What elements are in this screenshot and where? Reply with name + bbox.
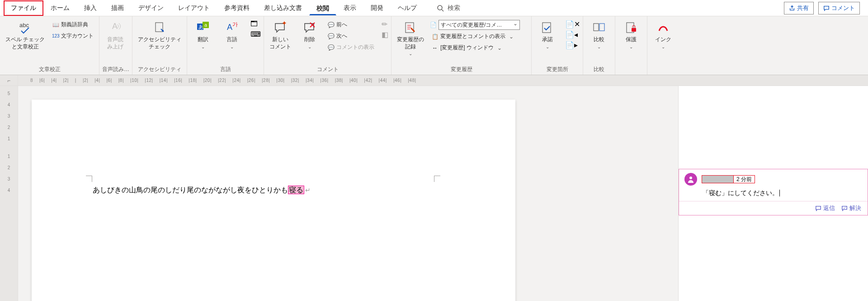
tab-home[interactable]: ホーム	[43, 0, 77, 16]
ink-comment-icon[interactable]: ✏	[382, 20, 388, 29]
document-text[interactable]: あしびきの山鳥の尾のしだり尾のながながし夜をひとりかも寝る↵	[93, 186, 311, 195]
delete-comment-button[interactable]: 削除 ⌄	[297, 18, 323, 51]
ruler-scale[interactable]: 8|6||4||2|||2||4||6||8||10||12||14||16||…	[18, 75, 868, 86]
ribbon-tabs: ファイル ホーム 挿入 描画 デザイン レイアウト 参考資料 差し込み文書 校閲…	[0, 0, 868, 16]
next-icon: 💬	[327, 33, 335, 39]
spellcheck-button[interactable]: abc スペル チェック と文章校正	[3, 18, 47, 52]
show-markup-icon: 📋	[431, 33, 439, 40]
next-change-button[interactable]: 📄▸	[565, 41, 580, 49]
compare-button[interactable]: 比較 ⌄	[586, 18, 612, 51]
track-changes-button[interactable]: 変更履歴の 記録 ⌄	[394, 18, 427, 58]
tab-review[interactable]: 校閲	[309, 1, 336, 15]
wordcount-icon: 123	[52, 33, 59, 38]
tab-view[interactable]: 表示	[336, 0, 363, 16]
spellcheck-icon: abc	[18, 21, 33, 34]
accept-label: 承諾	[542, 36, 553, 43]
resolve-button[interactable]: 解決	[841, 204, 861, 212]
comments-label: コメント	[831, 4, 855, 12]
translate-button[interactable]: あa 翻訳 ⌄	[190, 18, 216, 51]
tab-design[interactable]: デザイン	[131, 0, 171, 16]
accessibility-label: アクセシビリティ チェック	[138, 36, 181, 50]
search-box[interactable]: 検索	[437, 4, 460, 12]
accept-button[interactable]: 承諾 ⌄	[534, 18, 561, 51]
margin-marker-tl	[86, 176, 92, 182]
ime-icon[interactable]: ⌨	[250, 30, 261, 38]
resolve-label: 解決	[849, 204, 861, 212]
tab-insert[interactable]: 挿入	[77, 0, 104, 16]
svg-text:a: a	[204, 22, 208, 28]
show-comments-label: コメントの表示	[336, 43, 374, 51]
horizontal-ruler: ⌐ 8|6||4||2|||2||4||6||8||10||12||14||16…	[0, 75, 868, 86]
tab-layout[interactable]: レイアウト	[171, 0, 217, 16]
group-language: あa 翻訳 ⌄ A가 言語 ⌄ 🗔 ⌨ 言語	[187, 16, 264, 75]
svg-point-19	[689, 177, 692, 179]
workspace: 543211234 あしびきの山鳥の尾のしだり尾のながながし夜をひとりかも寝る↵…	[0, 86, 868, 301]
tab-file[interactable]: ファイル	[4, 0, 43, 16]
ink-icon	[656, 21, 670, 34]
tab-references[interactable]: 参考資料	[217, 0, 257, 16]
tab-help[interactable]: ヘルプ	[391, 0, 424, 16]
new-comment-button[interactable]: ✦ 新しい コメント	[267, 18, 294, 52]
group-accessibility-label: アクセシビリティ	[135, 64, 184, 75]
update-ime-icon[interactable]: 🗔	[250, 20, 261, 28]
group-protect: 保護 ⌄	[615, 16, 647, 75]
track-changes-icon	[404, 21, 417, 34]
wordcount-button[interactable]: 123 文字カウント	[50, 31, 95, 41]
page: あしびきの山鳥の尾のしだり尾のながながし夜をひとりかも寝る↵	[32, 100, 515, 301]
comment-text: 「寝む」にしてください。	[703, 190, 778, 196]
prev-change-button[interactable]: 📄◂	[565, 30, 580, 39]
thesaurus-icon: 📖	[52, 22, 59, 28]
share-icon	[789, 5, 795, 11]
group-comments-label: コメント	[267, 64, 388, 75]
wordcount-label: 文字カウント	[61, 32, 94, 40]
document-area[interactable]: あしびきの山鳥の尾のしだり尾のながながし夜をひとりかも寝る↵	[18, 86, 678, 301]
tab-mailings[interactable]: 差し込み文書	[257, 0, 309, 16]
group-proofing-label: 文章校正	[3, 64, 96, 75]
thesaurus-button[interactable]: 📖 類義語辞典	[50, 20, 95, 29]
vertical-ruler[interactable]: 543211234	[0, 86, 18, 301]
eraser-icon[interactable]: ◧	[382, 30, 388, 39]
show-comments-button[interactable]: 💬コメントの表示	[326, 43, 376, 52]
readaloud-button[interactable]: A 音声読 み上げ	[102, 18, 128, 52]
chevron-down-icon: ⌄	[409, 51, 412, 56]
group-proofing: abc スペル チェック と文章校正 📖 類義語辞典 123 文字カウント 文章…	[0, 16, 99, 75]
protect-button[interactable]: 保護 ⌄	[618, 18, 644, 51]
group-tracking: 変更履歴の 記録 ⌄ 📄 すべての変更履歴/コメ… 📋変更履歴とコメントの表示⌄…	[392, 16, 532, 75]
svg-text:abc: abc	[19, 22, 29, 29]
language-label: 言語	[226, 36, 237, 43]
group-ink-label	[650, 72, 676, 75]
tab-developer[interactable]: 開発	[363, 0, 391, 16]
comments-button[interactable]: コメント	[818, 2, 860, 14]
protect-icon	[624, 21, 638, 34]
comment-card[interactable]: 2 分前 「寝む」にしてください。 返信 解決	[679, 169, 868, 215]
prev-comment-button[interactable]: 💬前へ	[326, 20, 376, 29]
svg-text:✦: ✦	[282, 21, 287, 27]
show-markup-button[interactable]: 📋変更履歴とコメントの表示⌄	[429, 32, 520, 41]
ink-button[interactable]: インク ⌄	[650, 18, 676, 51]
svg-line-1	[442, 10, 443, 11]
next-comment-button[interactable]: 💬次へ	[326, 31, 376, 41]
accessibility-button[interactable]: アクセシビリティ チェック	[135, 18, 184, 52]
group-compare-label: 比較	[586, 64, 612, 75]
comment-icon	[823, 5, 830, 11]
commented-text[interactable]: 寝る	[288, 186, 304, 194]
chevron-down-icon: ⌄	[629, 44, 633, 49]
chevron-down-icon: ⌄	[230, 44, 234, 49]
share-button[interactable]: 共有	[784, 2, 814, 14]
reject-button[interactable]: 📄✕	[565, 20, 580, 29]
prev-comment-label: 前へ	[336, 21, 347, 29]
display-mode-dropdown[interactable]: すべての変更履歴/コメ…	[439, 20, 520, 30]
translate-icon: あa	[196, 21, 210, 34]
reply-button[interactable]: 返信	[815, 204, 835, 212]
svg-rect-18	[632, 28, 636, 32]
tab-draw[interactable]: 描画	[104, 0, 131, 16]
group-speech: A 音声読 み上げ 音声読み…	[99, 16, 132, 75]
translate-label: 翻訳	[198, 36, 208, 43]
language-button[interactable]: A가 言語 ⌄	[219, 18, 245, 51]
thesaurus-label: 類義語辞典	[61, 21, 88, 29]
comment-body[interactable]: 「寝む」にしてください。	[679, 189, 868, 201]
reviewing-pane-button[interactable]: ↔[変更履歴] ウィンドウ⌄	[429, 43, 520, 53]
svg-point-5	[162, 30, 164, 32]
compare-icon	[592, 21, 606, 34]
margin-marker-tr	[434, 176, 440, 182]
